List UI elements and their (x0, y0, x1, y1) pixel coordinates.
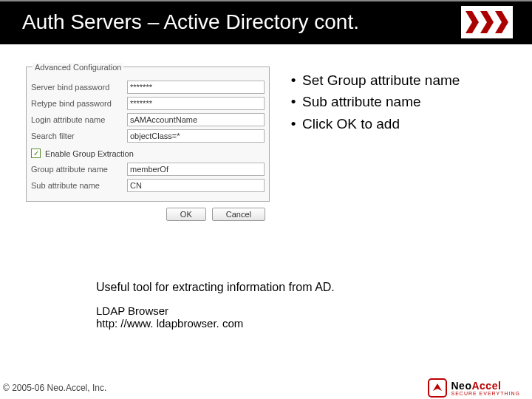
footer: © 2005-06 Neo.Accel, Inc. NeoAccel SECUR… (0, 380, 532, 399)
cancel-button[interactable]: Cancel (212, 208, 265, 221)
label-search-filter: Search filter (31, 132, 127, 140)
label-group-attr: Group attribute name (31, 165, 127, 174)
svg-marker-3 (433, 383, 442, 391)
svg-marker-1 (480, 11, 494, 33)
svg-marker-0 (466, 11, 479, 33)
logo-tagline: SECURE EVERYTHING (451, 391, 521, 396)
ok-button[interactable]: OK (166, 208, 206, 221)
label-bind-password: Server bind password (31, 83, 127, 92)
note-url: http: //www. ldapbrowser. com (96, 317, 335, 330)
input-bind-password[interactable] (127, 81, 265, 94)
bullet-icon: • (284, 69, 302, 91)
input-retype-password[interactable] (127, 97, 265, 110)
input-group-attr[interactable] (127, 163, 265, 176)
config-form: Advanced Configuration Server bind passw… (26, 66, 270, 221)
title-bar: Auth Servers – Active Directory cont. (0, 0, 532, 44)
fieldset-legend: Advanced Configuration (33, 63, 123, 72)
row-retype-password: Retype bind password (31, 97, 265, 110)
chevron-right-icon (495, 11, 508, 33)
logo: NeoAccel SECURE EVERYTHING (428, 378, 521, 398)
label-login-attr: Login attribute name (31, 115, 127, 124)
bullet-list: •Set Group attribute name •Sub attribute… (284, 66, 460, 134)
row-sub-attr: Sub attribute name (31, 179, 265, 192)
bullet-icon: • (284, 113, 302, 134)
row-search-filter: Search filter (31, 129, 265, 143)
chevron-right-icon (466, 11, 479, 33)
input-search-filter[interactable] (127, 129, 265, 143)
list-item: •Sub attribute name (284, 91, 460, 112)
list-item: •Click OK to add (284, 113, 460, 134)
note-heading: Useful tool for extracting information f… (96, 281, 335, 294)
row-enable-group: ✓ Enable Group Extraction (31, 149, 265, 158)
row-group-attr: Group attribute name (31, 163, 265, 176)
note-block: Useful tool for extracting information f… (96, 281, 335, 330)
chevron-decoration (461, 6, 513, 38)
checkbox-enable-group[interactable]: ✓ (31, 149, 41, 158)
input-login-attr[interactable] (127, 113, 265, 126)
note-tool: LDAP Browser (96, 304, 335, 317)
copyright: © 2005-06 Neo.Accel, Inc. (3, 383, 106, 393)
label-retype-password: Retype bind password (31, 99, 127, 108)
input-sub-attr[interactable] (127, 179, 265, 192)
chevron-right-icon (480, 11, 494, 33)
bullet-icon: • (284, 91, 302, 112)
label-enable-group: Enable Group Extraction (45, 149, 134, 158)
page-title: Auth Servers – Active Directory cont. (0, 10, 359, 34)
svg-marker-2 (495, 11, 508, 33)
row-login-attr: Login attribute name (31, 113, 265, 126)
logo-mark-icon (428, 378, 447, 398)
logo-name: NeoAccel (451, 381, 521, 391)
row-bind-password: Server bind password (31, 81, 265, 94)
label-sub-attr: Sub attribute name (31, 181, 127, 190)
list-item: •Set Group attribute name (284, 69, 460, 91)
